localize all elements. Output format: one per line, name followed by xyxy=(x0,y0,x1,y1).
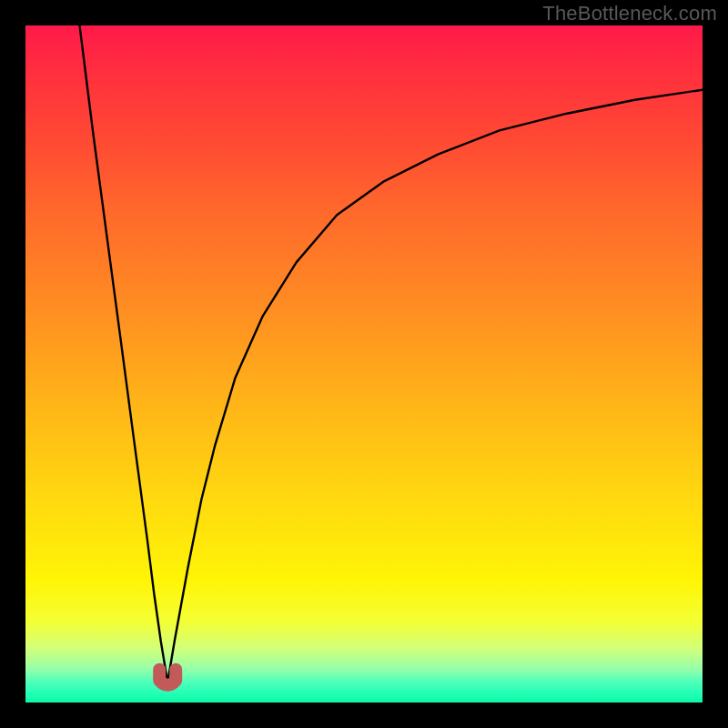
watermark-text: TheBottleneck.com xyxy=(542,2,717,25)
chart-frame: TheBottleneck.com xyxy=(0,0,728,728)
bottleneck-curve-right xyxy=(167,90,703,682)
chart-plot-area xyxy=(25,25,703,703)
chart-svg xyxy=(25,25,703,703)
bottleneck-curve-left xyxy=(80,25,168,682)
